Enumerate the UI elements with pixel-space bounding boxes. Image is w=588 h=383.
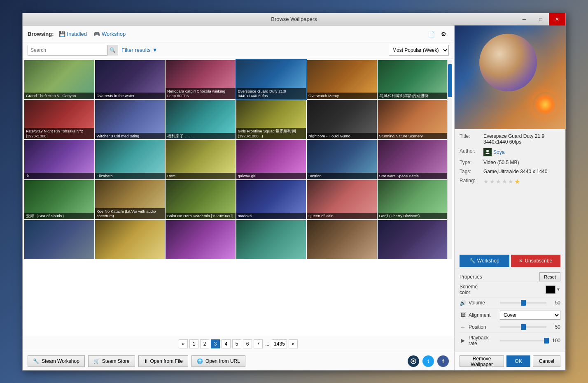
wallpaper-thumb[interactable]: Grand Theft Auto 5 - Canyon xyxy=(24,60,94,99)
wallpaper-thumb[interactable]: Boku No Hero Academia [1920x1080] xyxy=(166,180,236,219)
scrollbar[interactable] xyxy=(447,60,452,260)
wallpaper-thumb[interactable]: Dva rests in the water xyxy=(95,60,165,99)
wallpaper-thumb[interactable]: Overwatch Mercy xyxy=(307,60,377,99)
action-buttons: 🔧 Workshop ✕ Unsubscribe xyxy=(455,253,565,269)
alignment-select[interactable]: Cover Fit Fill Stretch Tile xyxy=(500,311,560,320)
preview-image xyxy=(455,26,566,129)
wallpaper-thumb[interactable]: Elizabeth xyxy=(95,140,165,179)
unsubscribe-button[interactable]: ✕ Unsubscribe xyxy=(511,255,561,267)
wallpaper-thumb[interactable]: Witcher 3 Ciri meditating xyxy=(95,100,165,139)
wallpaper-thumb[interactable] xyxy=(95,220,165,259)
upload-icon: ⬆ xyxy=(144,358,148,364)
wallpaper-thumb[interactable]: Genji (Cherry Blossom) xyxy=(378,180,448,219)
position-icon: ↔ xyxy=(460,324,466,330)
installed-icon: 💾 xyxy=(59,31,65,37)
wallpaper-thumb[interactable]: 鸟凤和利涼剑年龄的别进呀 xyxy=(378,60,448,99)
sort-dropdown[interactable]: Most Popular (Week) Most Popular (Day) M… xyxy=(389,45,449,56)
scheme-color-row: Scheme color ▼ xyxy=(460,281,560,297)
wallpaper-thumb[interactable]: madoka xyxy=(236,180,306,219)
right-panel: Title: Everspace Guard Duty 21:9 3440x14… xyxy=(454,26,565,370)
wallpaper-thumb[interactable]: Queen of Pain xyxy=(307,180,377,219)
wallpaper-thumb[interactable]: Fate/Stay Night Rin Tohsaka Nº2 [1920x10… xyxy=(24,100,94,139)
star-4[interactable]: ★ xyxy=(502,178,507,185)
scheme-label: Scheme color xyxy=(460,284,488,295)
page-6-button[interactable]: 6 xyxy=(243,339,252,348)
page-5-button[interactable]: 5 xyxy=(232,339,241,348)
wallpaper-thumb[interactable]: galway girl xyxy=(236,140,306,179)
installed-tab[interactable]: 💾 Installed xyxy=(57,30,89,38)
search-box: 🔍 xyxy=(28,45,118,56)
wallpaper-thumb[interactable]: Koe No Katachi (Lit.Var with audio spect… xyxy=(95,180,165,219)
star-3[interactable]: ★ xyxy=(496,178,501,185)
star-highlight[interactable]: ★ xyxy=(514,178,520,186)
wallpaper-thumb[interactable]: 福利来了．．． xyxy=(166,100,236,139)
scheme-dropdown-icon[interactable]: ▼ xyxy=(556,287,560,292)
wallpaper-thumb[interactable]: Girls Frontline Squad 带系绑时间 (1920x1080..… xyxy=(236,100,306,139)
page-1-button[interactable]: 1 xyxy=(189,339,198,348)
page-7-button[interactable]: 7 xyxy=(254,339,263,348)
workshop-tab[interactable]: 🎮 Workshop xyxy=(92,30,127,38)
volume-icon: 🔊 xyxy=(460,300,466,306)
next-page-button[interactable]: » xyxy=(289,339,298,348)
volume-slider[interactable] xyxy=(500,302,546,304)
search-button[interactable]: 🔍 xyxy=(107,45,118,56)
facebook-button[interactable]: f xyxy=(437,355,449,367)
title-value: Everspace Guard Duty 21:9 3440x1440 60fp… xyxy=(483,133,560,145)
open-file-button[interactable]: ⬆ Open from File xyxy=(138,355,188,367)
maximize-button[interactable]: □ xyxy=(532,13,549,26)
minimize-button[interactable]: ─ xyxy=(516,13,532,26)
wallpaper-thumb[interactable]: Star wars Space Battle xyxy=(378,140,448,179)
page-3-button[interactable]: 3 xyxy=(211,339,220,348)
titlebar: Browse Wallpapers ─ □ ✕ xyxy=(23,13,565,26)
page-2-button[interactable]: 2 xyxy=(200,339,209,348)
star-1[interactable]: ★ xyxy=(483,178,489,185)
view-controls: 📄 ⚙ xyxy=(426,29,449,39)
alignment-row: 🖼 Alignment Cover Fit Fill Stretch Tile xyxy=(460,308,560,322)
workshop-button[interactable]: 🔧 Workshop xyxy=(460,255,509,267)
playback-slider[interactable] xyxy=(500,340,546,341)
position-slider[interactable] xyxy=(500,326,546,328)
ok-button[interactable]: OK xyxy=(506,355,530,367)
wallpaper-thumb[interactable]: 云海（Sea of clouds） xyxy=(24,180,94,219)
wallpaper-thumb[interactable]: Stunning Nature Scenery xyxy=(378,100,448,139)
toolbar: 🔍 Filter results ▼ Most Popular (Week) M… xyxy=(23,42,454,58)
cancel-button[interactable]: Cancel xyxy=(533,355,560,367)
twitter-button[interactable]: t xyxy=(422,355,434,367)
wallpaper-thumb[interactable]: Nekopara catgirl Chocola winking Loop 60… xyxy=(166,60,236,99)
prev-page-button[interactable]: « xyxy=(179,339,188,348)
wallpaper-thumb[interactable]: Bastion xyxy=(307,140,377,179)
wallpaper-thumb[interactable] xyxy=(307,220,377,259)
reset-button[interactable]: Reset xyxy=(539,272,560,281)
properties-section: Properties Reset Scheme color ▼ 🔊 Volume xyxy=(455,269,565,352)
rating-label: Rating: xyxy=(460,178,481,183)
wallpaper-thumb[interactable] xyxy=(166,220,236,259)
open-url-button[interactable]: 🌐 Open from URL xyxy=(191,355,245,367)
wallpaper-thumb[interactable] xyxy=(236,220,306,259)
scrollbar-thumb[interactable] xyxy=(448,64,452,97)
steam-store-button[interactable]: 🛒 Steam Store xyxy=(88,355,135,367)
settings-button[interactable]: ⚙ xyxy=(438,29,449,39)
scheme-color-box[interactable] xyxy=(546,286,555,294)
remove-wallpaper-button[interactable]: Remove Wallpaper xyxy=(460,355,504,367)
playback-value: 100 xyxy=(549,338,560,344)
type-row: Type: Video (50.5 MB) xyxy=(460,160,560,165)
new-file-button[interactable]: 📄 xyxy=(426,29,436,39)
wallpaper-thumb[interactable]: Rem xyxy=(166,140,236,179)
wallpaper-thumb[interactable]: Nightcore - Houki Gumo xyxy=(307,100,377,139)
author-label: Author: xyxy=(460,148,481,154)
steam-workshop-button[interactable]: 🔧 Steam Workshop xyxy=(28,355,85,367)
volume-value: 50 xyxy=(549,300,560,306)
star-2[interactable]: ★ xyxy=(490,178,495,185)
wallpaper-thumb[interactable] xyxy=(378,220,448,259)
close-button[interactable]: ✕ xyxy=(549,13,565,26)
wallpaper-thumb[interactable]: ※ xyxy=(24,140,94,179)
steam-social-button[interactable] xyxy=(408,355,419,367)
search-input[interactable] xyxy=(28,45,107,55)
star-5[interactable]: ★ xyxy=(508,178,513,185)
filter-button[interactable]: Filter results ▼ xyxy=(121,47,158,53)
wallpaper-thumb[interactable]: Everspace Guard Duty 21:9 3440x1440 60fp… xyxy=(236,60,306,99)
wallpaper-thumb[interactable] xyxy=(24,220,94,259)
author-name[interactable]: Soya xyxy=(493,149,504,155)
page-4-button[interactable]: 4 xyxy=(222,339,231,348)
page-last-button[interactable]: 1435 xyxy=(272,339,287,348)
